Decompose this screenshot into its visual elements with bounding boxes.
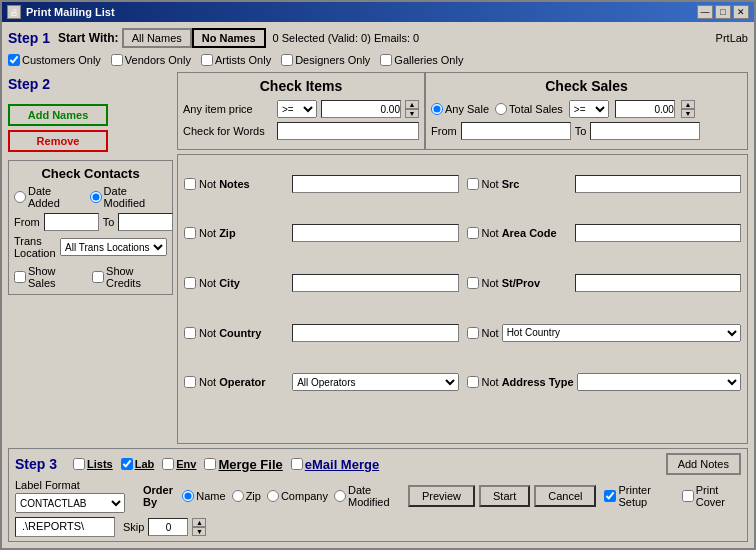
add-names-button[interactable]: Add Names — [8, 104, 108, 126]
show-row: Show Sales Show Credits — [14, 265, 167, 289]
show-credits-checkbox[interactable] — [92, 271, 104, 283]
galleries-only-checkbox-label[interactable]: Galleries Only — [380, 54, 463, 66]
date-added-radio[interactable] — [14, 191, 26, 203]
add-notes-button[interactable]: Add Notes — [666, 453, 741, 475]
total-sales-radio-label[interactable]: Total Sales — [495, 103, 563, 115]
label-format-select[interactable]: CONTACTLAB — [15, 493, 125, 513]
customers-only-checkbox-label[interactable]: Customers Only — [8, 54, 101, 66]
email-checkbox[interactable] — [291, 458, 303, 470]
printer-setup-checkbox-label[interactable]: Printer Setup — [604, 484, 671, 508]
merge-checkbox-label[interactable]: Merge File — [204, 457, 282, 472]
artists-only-checkbox-label[interactable]: Artists Only — [201, 54, 271, 66]
date-added-radio-label[interactable]: Date Added — [14, 185, 82, 209]
sales-value-input[interactable] — [615, 100, 675, 118]
hotcountry-not-checkbox[interactable] — [467, 327, 479, 339]
notes-input[interactable] — [292, 175, 458, 193]
src-input[interactable] — [575, 175, 741, 193]
country-input[interactable] — [292, 324, 458, 342]
operator-not-checkbox[interactable] — [184, 376, 196, 388]
sales-spin-down[interactable]: ▼ — [681, 109, 695, 118]
left-panel: Step 2 Add Names Remove Check Contacts D… — [8, 72, 173, 444]
city-input[interactable] — [292, 274, 458, 292]
merge-label: Merge File — [218, 457, 282, 472]
item-price-operator-select[interactable]: >= <= = > < — [277, 100, 317, 118]
show-sales-checkbox-label[interactable]: Show Sales — [14, 265, 82, 289]
lists-checkbox[interactable] — [73, 458, 85, 470]
addresstype-not-checkbox[interactable] — [467, 376, 479, 388]
date-modified-radio[interactable] — [90, 191, 102, 203]
check-contacts-box: Check Contacts Date Added Date Modified — [8, 160, 173, 295]
skip-spin-down[interactable]: ▼ — [192, 527, 206, 536]
vendors-only-checkbox[interactable] — [111, 54, 123, 66]
close-button[interactable]: ✕ — [733, 5, 749, 19]
skip-input[interactable] — [148, 518, 188, 536]
galleries-only-checkbox[interactable] — [380, 54, 392, 66]
env-checkbox[interactable] — [162, 458, 174, 470]
merge-checkbox[interactable] — [204, 458, 216, 470]
all-names-button[interactable]: All Names — [122, 28, 192, 48]
contacts-from-input[interactable] — [44, 213, 99, 231]
total-sales-radio[interactable] — [495, 103, 507, 115]
sales-operator-select[interactable]: >= <= = — [569, 100, 609, 118]
lab-checkbox[interactable] — [121, 458, 133, 470]
designers-only-checkbox[interactable] — [281, 54, 293, 66]
no-names-button[interactable]: No Names — [192, 28, 266, 48]
country-not-checkbox[interactable] — [184, 327, 196, 339]
hot-country-select[interactable]: Hot Country — [502, 324, 741, 342]
notes-not-checkbox[interactable] — [184, 178, 196, 190]
maximize-button[interactable]: □ — [715, 5, 731, 19]
order-datemod-radio[interactable] — [334, 490, 346, 502]
areacode-not-checkbox[interactable] — [467, 227, 479, 239]
order-company-radio-label[interactable]: Company — [267, 490, 328, 502]
start-button[interactable]: Start — [479, 485, 530, 507]
src-not-checkbox[interactable] — [467, 178, 479, 190]
sales-spin-up[interactable]: ▲ — [681, 100, 695, 109]
print-cover-checkbox-label[interactable]: Print Cover — [682, 484, 741, 508]
sales-from-input[interactable] — [461, 122, 571, 140]
minimize-button[interactable]: — — [697, 5, 713, 19]
vendors-only-checkbox-label[interactable]: Vendors Only — [111, 54, 191, 66]
areacode-input[interactable] — [575, 224, 741, 242]
sales-to-input[interactable] — [590, 122, 700, 140]
stprov-not-checkbox[interactable] — [467, 277, 479, 289]
order-name-radio-label[interactable]: Name — [182, 490, 225, 502]
order-zip-radio-label[interactable]: Zip — [232, 490, 261, 502]
remove-button[interactable]: Remove — [8, 130, 108, 152]
skip-spin-up[interactable]: ▲ — [192, 518, 206, 527]
order-zip-radio[interactable] — [232, 490, 244, 502]
customers-only-checkbox[interactable] — [8, 54, 20, 66]
show-credits-checkbox-label[interactable]: Show Credits — [92, 265, 167, 289]
order-company-radio[interactable] — [267, 490, 279, 502]
designers-only-checkbox-label[interactable]: Designers Only — [281, 54, 370, 66]
lab-checkbox-label[interactable]: Lab — [121, 458, 155, 470]
any-sale-radio[interactable] — [431, 103, 443, 115]
city-not-checkbox[interactable] — [184, 277, 196, 289]
artists-only-checkbox[interactable] — [201, 54, 213, 66]
printer-setup-checkbox[interactable] — [604, 490, 616, 502]
item-price-spin-up[interactable]: ▲ — [405, 100, 419, 109]
designers-only-label: Designers Only — [295, 54, 370, 66]
addresstype-select[interactable] — [577, 373, 741, 391]
item-price-spin-down[interactable]: ▼ — [405, 109, 419, 118]
zip-not-checkbox[interactable] — [184, 227, 196, 239]
any-sale-label: Any Sale — [445, 103, 489, 115]
preview-button[interactable]: Preview — [408, 485, 475, 507]
order-datemod-radio-label[interactable]: Date Modified — [334, 484, 392, 508]
contacts-to-input[interactable] — [118, 213, 173, 231]
lists-checkbox-label[interactable]: Lists — [73, 458, 113, 470]
date-modified-radio-label[interactable]: Date Modified — [90, 185, 167, 209]
zip-input[interactable] — [292, 224, 458, 242]
item-price-input[interactable] — [321, 100, 401, 118]
order-name-radio[interactable] — [182, 490, 194, 502]
check-words-input[interactable] — [277, 122, 419, 140]
trans-location-select[interactable]: All Trans Locations — [60, 238, 167, 256]
sales-from-label: From — [431, 125, 457, 137]
cancel-button[interactable]: Cancel — [534, 485, 596, 507]
operator-select[interactable]: All Operators — [292, 373, 458, 391]
stprov-input[interactable] — [575, 274, 741, 292]
print-cover-checkbox[interactable] — [682, 490, 694, 502]
env-checkbox-label[interactable]: Env — [162, 458, 196, 470]
email-checkbox-label[interactable]: eMail Merge — [291, 457, 379, 472]
any-sale-radio-label[interactable]: Any Sale — [431, 103, 489, 115]
show-sales-checkbox[interactable] — [14, 271, 26, 283]
